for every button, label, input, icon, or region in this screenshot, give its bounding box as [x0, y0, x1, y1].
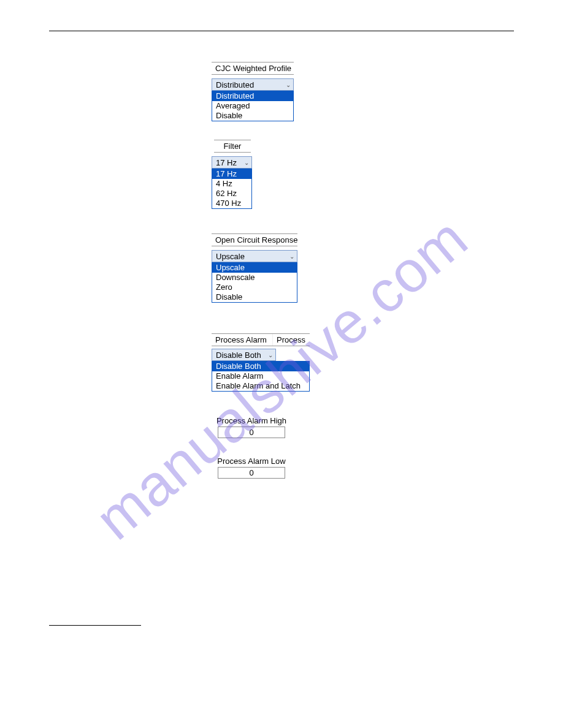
filter-header: Filter	[214, 140, 251, 153]
process-alarm-high-group: Process Alarm High 0	[212, 416, 514, 438]
process-alarm-high-label: Process Alarm High	[212, 416, 291, 425]
cjc-option[interactable]: Disable	[212, 111, 293, 121]
cjc-select-value: Distributed	[216, 80, 254, 89]
ocr-option[interactable]: Zero	[212, 282, 297, 292]
ocr-listbox[interactable]: Upscale Downscale Zero Disable	[212, 262, 297, 303]
cjc-group: CJC Weighted Profile Distributed ⌄ Distr…	[212, 62, 514, 121]
process-alarm-header-2: Process	[273, 334, 310, 346]
cjc-listbox[interactable]: Distributed Averaged Disable	[212, 91, 294, 121]
cjc-header-row: CJC Weighted Profile	[212, 62, 294, 75]
process-alarm-option[interactable]: Enable Alarm	[212, 371, 309, 381]
ocr-option[interactable]: Disable	[212, 292, 297, 302]
process-alarm-group: Process Alarm Process Disable Both ⌄ Dis…	[212, 333, 514, 392]
chevron-down-icon: ⌄	[286, 82, 291, 88]
process-alarm-option[interactable]: Enable Alarm and Latch	[212, 381, 309, 391]
filter-select[interactable]: 17 Hz ⌄	[212, 156, 252, 169]
ocr-select-value: Upscale	[216, 252, 245, 261]
filter-option[interactable]: 62 Hz	[212, 189, 251, 199]
ocr-option[interactable]: Upscale	[212, 263, 297, 273]
ocr-header: Open Circuit Response	[212, 234, 301, 246]
process-alarm-header-1: Process Alarm	[212, 334, 273, 346]
ocr-option[interactable]: Downscale	[212, 273, 297, 282]
cjc-select[interactable]: Distributed ⌄	[212, 78, 294, 91]
filter-option[interactable]: 17 Hz	[212, 169, 251, 179]
process-alarm-select-value: Disable Both	[216, 351, 261, 360]
chevron-down-icon: ⌄	[244, 159, 249, 166]
process-alarm-low-label: Process Alarm Low	[212, 457, 291, 466]
process-alarm-listbox[interactable]: Disable Both Enable Alarm Enable Alarm a…	[212, 361, 310, 392]
process-alarm-select[interactable]: Disable Both ⌄	[212, 349, 276, 361]
footer-rule	[49, 625, 141, 626]
cjc-option[interactable]: Averaged	[212, 101, 293, 111]
top-rule	[49, 31, 514, 31]
process-alarm-low-group: Process Alarm Low 0	[212, 457, 514, 479]
filter-option[interactable]: 470 Hz	[212, 199, 251, 208]
ocr-header-row: Open Circuit Response	[212, 233, 297, 246]
process-alarm-option[interactable]: Disable Both	[212, 362, 309, 371]
cjc-option[interactable]: Distributed	[212, 91, 293, 101]
cjc-header: CJC Weighted Profile	[212, 63, 295, 74]
filter-group: Filter 17 Hz ⌄ 17 Hz 4 Hz 62 Hz 470 Hz	[212, 140, 514, 209]
filter-option[interactable]: 4 Hz	[212, 179, 251, 189]
filter-select-value: 17 Hz	[216, 158, 237, 167]
process-alarm-low-value[interactable]: 0	[218, 467, 285, 479]
filter-listbox[interactable]: 17 Hz 4 Hz 62 Hz 470 Hz	[212, 169, 252, 209]
chevron-down-icon: ⌄	[268, 352, 273, 358]
chevron-down-icon: ⌄	[289, 253, 294, 260]
process-alarm-header-row: Process Alarm Process	[212, 333, 310, 346]
controls-column: CJC Weighted Profile Distributed ⌄ Distr…	[212, 62, 514, 479]
process-alarm-high-value[interactable]: 0	[218, 427, 285, 438]
ocr-group: Open Circuit Response Upscale ⌄ Upscale …	[212, 233, 514, 303]
ocr-select[interactable]: Upscale ⌄	[212, 250, 297, 262]
